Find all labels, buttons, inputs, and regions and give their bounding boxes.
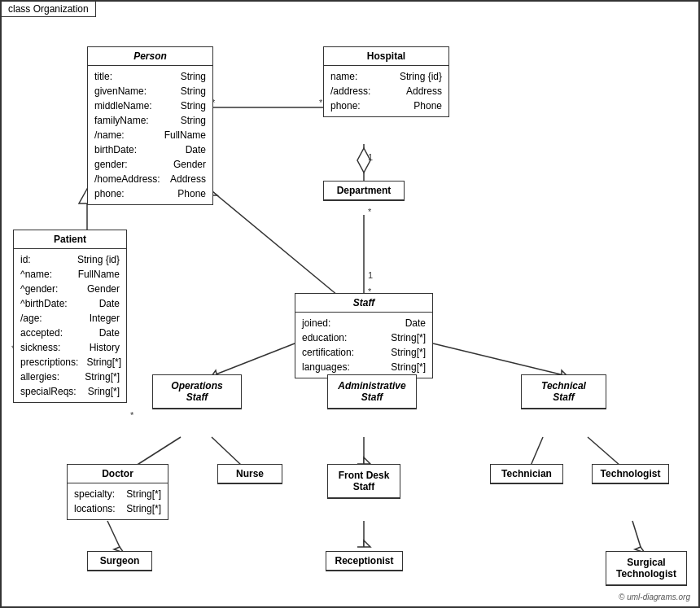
svg-line-16 xyxy=(212,437,242,466)
technical-staff-title: TechnicalStaff xyxy=(522,375,606,409)
svg-line-20 xyxy=(531,437,543,466)
patient-title: Patient xyxy=(14,230,126,249)
hospital-box: Hospital name:String {id} /address:Addre… xyxy=(323,46,449,117)
surgical-technologist-box: SurgicalTechnologist xyxy=(606,551,687,586)
staff-box: Staff joined:Date education:String[*] ce… xyxy=(295,293,433,378)
doctor-attrs: specialty:String[*] locations:String[*] xyxy=(68,483,168,519)
department-box: Department xyxy=(323,181,405,201)
technician-box: Technician xyxy=(490,464,563,484)
surgeon-box: Surgeon xyxy=(87,551,152,571)
svg-line-24 xyxy=(107,521,120,547)
nurse-box: Nurse xyxy=(217,464,282,484)
hospital-title: Hospital xyxy=(324,47,448,66)
patient-box: Patient id:String {id} ^name:FullName ^g… xyxy=(13,230,127,403)
staff-title: Staff xyxy=(295,294,432,313)
doctor-box: Doctor specialty:String[*] locations:Str… xyxy=(67,464,168,520)
nurse-title: Nurse xyxy=(218,465,282,483)
diagram-container: class Organization xyxy=(0,0,700,608)
svg-line-8 xyxy=(212,343,295,376)
technologist-title: Technologist xyxy=(593,465,668,483)
person-title: Person xyxy=(88,47,212,66)
technologist-box: Technologist xyxy=(592,464,669,484)
svg-marker-27 xyxy=(357,540,370,547)
mult-person-hospital-right: * xyxy=(319,98,322,107)
svg-line-28 xyxy=(632,521,641,547)
mult-dept-multiplicity: * xyxy=(368,207,371,217)
administrative-staff-title: AdministrativeStaff xyxy=(328,375,416,409)
receptionist-title: Receptionist xyxy=(326,552,402,571)
technical-staff-box: TechnicalStaff xyxy=(521,374,606,409)
front-desk-staff-title: Front DeskStaff xyxy=(328,465,400,498)
department-title: Department xyxy=(324,182,404,200)
mult-dept-staff: 1 xyxy=(368,270,373,280)
administrative-staff-box: AdministrativeStaff xyxy=(327,374,417,409)
patient-attrs: id:String {id} ^name:FullName ^gender:Ge… xyxy=(14,249,126,402)
person-box: Person title:String givenName:String mid… xyxy=(87,46,213,205)
receptionist-box: Receptionist xyxy=(326,551,403,571)
svg-line-14 xyxy=(136,437,181,466)
svg-line-3 xyxy=(209,189,352,307)
surgeon-title: Surgeon xyxy=(88,552,151,571)
staff-attrs: joined:Date education:String[*] certific… xyxy=(295,313,432,378)
surgical-technologist-title: SurgicalTechnologist xyxy=(606,552,686,585)
copyright: © uml-diagrams.org xyxy=(619,593,690,601)
technician-title: Technician xyxy=(491,465,562,483)
svg-line-12 xyxy=(433,343,567,376)
svg-line-22 xyxy=(588,437,620,466)
operations-staff-box: OperationsStaff xyxy=(152,374,242,409)
front-desk-staff-box: Front DeskStaff xyxy=(327,464,400,499)
hospital-attrs: name:String {id} /address:Address phone:… xyxy=(324,66,448,116)
svg-marker-19 xyxy=(357,457,370,464)
person-attrs: title:String givenName:String middleName… xyxy=(88,66,212,204)
diagram-title: class Organization xyxy=(2,2,96,17)
mult-ops-staff: * xyxy=(130,410,133,420)
operations-staff-title: OperationsStaff xyxy=(153,375,241,409)
mult-hospital-dept: 1 xyxy=(368,152,373,162)
doctor-title: Doctor xyxy=(68,465,168,483)
